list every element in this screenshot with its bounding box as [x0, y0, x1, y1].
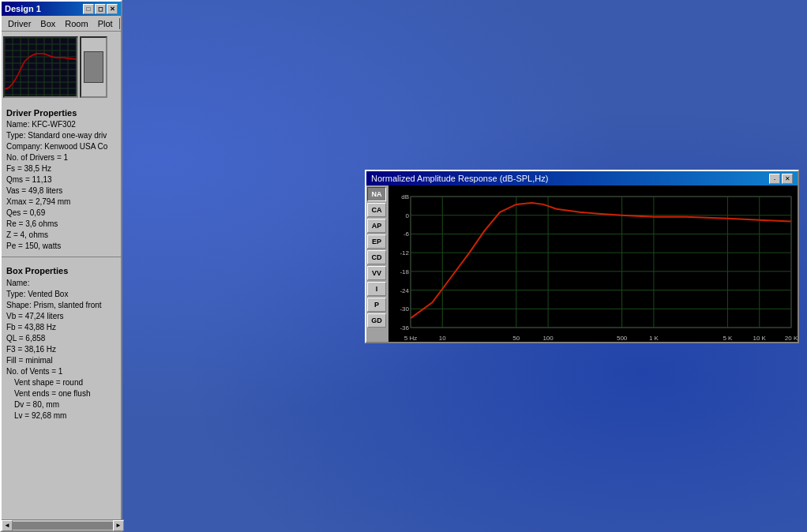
graph-btn-cd[interactable]: CD: [367, 250, 386, 264]
menu-bar: Driver Box Room Plot: [2, 16, 121, 32]
close-button[interactable]: ✕: [107, 4, 118, 14]
box-shape-icon: [84, 51, 103, 83]
driver-vas: Vas = 49,8 liters: [6, 185, 116, 197]
driver-fs: Fs = 38,5 Hz: [6, 163, 116, 174]
graph-btn-ap[interactable]: AP: [367, 219, 386, 233]
graph-close-button[interactable]: ✕: [782, 174, 793, 184]
graph-btn-vv[interactable]: VV: [367, 266, 386, 280]
graph-btn-i[interactable]: I: [367, 282, 386, 296]
box-name: Name:: [6, 278, 116, 289]
box-thumbnail[interactable]: [80, 36, 107, 98]
box-properties-title: Box Properties: [6, 265, 116, 277]
driver-properties-title: Driver Properties: [6, 107, 116, 119]
driver-company: Company: Kenwood USA Co: [6, 141, 116, 152]
menu-plot[interactable]: Plot: [93, 18, 118, 29]
box-vent-shape: Vent shape = round: [6, 377, 116, 388]
box-vb: Vb = 47,24 liters: [6, 311, 116, 322]
scroll-right-button[interactable]: ►: [113, 520, 124, 531]
box-type: Type: Vented Box: [6, 289, 116, 300]
graph-btn-na[interactable]: NA: [367, 187, 386, 201]
frequency-thumbnail[interactable]: [3, 36, 78, 98]
graph-btn-p[interactable]: P: [367, 298, 386, 312]
minimize-button[interactable]: □: [83, 4, 94, 14]
driver-name: Name: KFC-WF302: [6, 119, 116, 130]
driver-qms: Qms = 11,13: [6, 174, 116, 185]
menu-box[interactable]: Box: [36, 18, 60, 29]
driver-properties-panel: Driver Properties Name: KFC-WF302 Type: …: [2, 103, 121, 253]
graph-title-bar: Normalized Amplitude Response (dB-SPL,Hz…: [366, 171, 798, 185]
driver-xmax: Xmax = 2,794 mm: [6, 197, 116, 208]
scroll-track[interactable]: [13, 522, 113, 530]
box-dv: Dv = 80, mm: [6, 399, 116, 410]
section-divider: [2, 257, 121, 257]
driver-re: Re = 3,6 ohms: [6, 219, 116, 230]
driver-type: Type: Standard one-way driv: [6, 130, 116, 141]
graph-window: Normalized Amplitude Response (dB-SPL,Hz…: [365, 170, 799, 343]
box-properties-panel: Box Properties Name: Type: Vented Box Sh…: [2, 260, 121, 422]
box-ql: QL = 6,858: [6, 333, 116, 344]
thumbnail-area: [2, 32, 121, 103]
maximize-button[interactable]: ◻: [95, 4, 106, 14]
menu-driver[interactable]: Driver: [3, 18, 36, 29]
title-bar-buttons: □ ◻ ✕: [83, 4, 118, 14]
graph-area: [388, 185, 798, 342]
graph-content: NA CA AP EP CD VV I P GD: [366, 185, 798, 342]
box-vent-ends: Vent ends = one flush: [6, 388, 116, 399]
box-fill: Fill = minimal: [6, 355, 116, 366]
driver-pe: Pe = 150, watts: [6, 241, 116, 252]
driver-qes: Qes = 0,69: [6, 208, 116, 219]
main-window-title: Design 1: [5, 4, 41, 13]
menu-room[interactable]: Room: [60, 18, 92, 29]
scrollbar[interactable]: ◄ ►: [2, 519, 124, 530]
graph-btn-ep[interactable]: EP: [367, 234, 386, 249]
main-window: Design 1 □ ◻ ✕ Driver Box Room Plot Driv…: [0, 0, 122, 532]
scroll-left-button[interactable]: ◄: [2, 520, 13, 531]
driver-z: Z = 4, ohms: [6, 230, 116, 241]
graph-btn-gd[interactable]: GD: [367, 313, 386, 328]
graph-title-buttons: - ✕: [769, 174, 793, 184]
box-lv: Lv = 92,68 mm: [6, 410, 116, 421]
box-f3: F3 = 38,16 Hz: [6, 344, 116, 355]
box-shape: Shape: Prism, slanted front: [6, 300, 116, 311]
box-num-vents: No. of Vents = 1: [6, 366, 116, 377]
driver-num: No. of Drivers = 1: [6, 152, 116, 163]
box-fb: Fb = 43,88 Hz: [6, 322, 116, 333]
graph-sidebar: NA CA AP EP CD VV I P GD: [366, 185, 388, 342]
graph-btn-ca[interactable]: CA: [367, 203, 386, 217]
main-title-bar: Design 1 □ ◻ ✕: [2, 2, 121, 16]
graph-window-title: Normalized Amplitude Response (dB-SPL,Hz…: [371, 174, 548, 183]
graph-minimize-button[interactable]: -: [769, 174, 780, 184]
